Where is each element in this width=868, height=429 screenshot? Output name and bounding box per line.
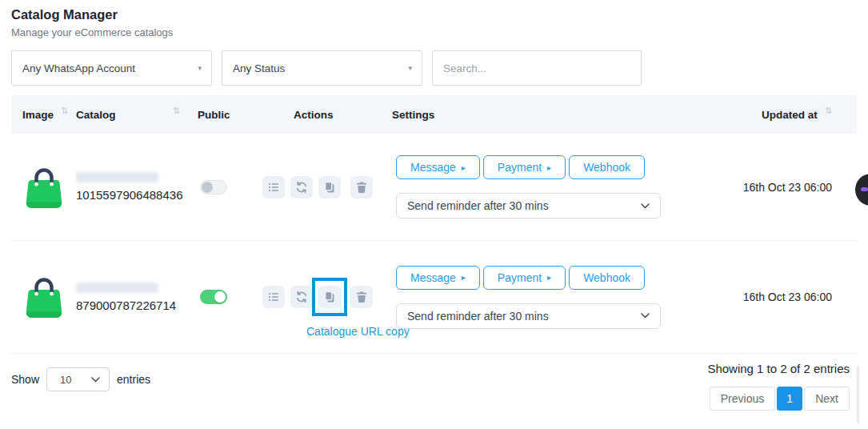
caret-right-icon: ▸ xyxy=(547,273,551,282)
page-1-button[interactable]: 1 xyxy=(777,387,802,411)
table-row: 1015597906488436 xyxy=(11,134,857,241)
catalog-image-cell xyxy=(11,161,76,214)
shopping-bag-icon xyxy=(23,271,65,320)
list-products-button[interactable] xyxy=(262,176,285,198)
column-header-settings: Settings xyxy=(392,109,664,121)
next-page-button[interactable]: Next xyxy=(804,387,850,411)
catalog-id: 1015597906488436 xyxy=(76,188,198,202)
list-products-button[interactable] xyxy=(262,286,285,308)
toggle-knob xyxy=(202,182,213,193)
actions-cell xyxy=(262,176,392,198)
page-size-value: 10 xyxy=(60,374,71,386)
whatsapp-account-select[interactable]: Any WhatsApp Account ▾ xyxy=(11,50,212,86)
show-label: Show xyxy=(11,373,39,386)
search-input[interactable] xyxy=(432,50,642,86)
catalog-cell: 1015597906488436 xyxy=(76,172,198,202)
entries-label: entries xyxy=(117,373,150,386)
previous-page-button[interactable]: Previous xyxy=(710,387,775,411)
delete-catalog-button[interactable] xyxy=(350,176,373,198)
catalog-id: 879000787226714 xyxy=(76,299,198,312)
reminder-select[interactable]: Send reminder after 30 mins xyxy=(396,193,661,219)
widget-dash-icon xyxy=(861,187,868,191)
refresh-icon xyxy=(295,291,308,303)
trash-icon xyxy=(355,291,368,303)
payment-settings-button[interactable]: Payment ▸ xyxy=(483,266,566,290)
toggle-knob xyxy=(214,291,226,303)
chevron-down-icon xyxy=(641,313,650,319)
page-size-group: Show 10 entries xyxy=(11,367,150,391)
actions-cell: Catalogue URL copy xyxy=(262,286,392,308)
pagination: Previous 1 Next xyxy=(710,387,850,411)
settings-cell: Message ▸ Payment ▸ Webhook Send reminde… xyxy=(392,155,664,219)
caret-right-icon: ▸ xyxy=(462,273,466,282)
column-header-updated-at[interactable]: Updated at ⇅ xyxy=(664,109,857,121)
column-header-image[interactable]: Image ⇅ xyxy=(11,109,76,121)
refresh-catalog-button[interactable] xyxy=(290,176,313,198)
column-header-public: Public xyxy=(198,109,262,121)
message-settings-button[interactable]: Message ▸ xyxy=(396,155,480,179)
message-settings-button[interactable]: Message ▸ xyxy=(396,266,480,290)
status-select-value: Any Status xyxy=(233,62,285,74)
caret-right-icon: ▸ xyxy=(547,163,551,172)
public-cell xyxy=(198,180,262,194)
page-size-select[interactable]: 10 xyxy=(46,367,110,391)
caret-right-icon: ▸ xyxy=(462,163,466,172)
table-footer: Show 10 entries Showing 1 to 2 of 2 entr… xyxy=(11,354,857,411)
updated-at: 16th Oct 23 06:00 xyxy=(664,291,857,303)
copy-catalog-url-button[interactable] xyxy=(318,286,341,308)
reminder-select-value: Send reminder after 30 mins xyxy=(407,310,549,323)
sort-icon[interactable]: ⇅ xyxy=(825,106,832,116)
copy-catalog-url-button[interactable] xyxy=(318,176,341,198)
webhook-settings-button[interactable]: Webhook xyxy=(569,266,645,290)
table-header: Image ⇅ Catalog ⇅ Public Actions Setting… xyxy=(11,95,857,134)
sort-icon[interactable]: ⇅ xyxy=(61,106,68,116)
floating-widget-button[interactable] xyxy=(855,174,868,206)
payment-settings-button[interactable]: Payment ▸ xyxy=(483,155,566,179)
public-toggle[interactable] xyxy=(200,180,227,194)
table-row: 879000787226714 xyxy=(11,241,857,354)
settings-cell: Message ▸ Payment ▸ Webhook Send reminde… xyxy=(392,266,664,329)
delete-catalog-button[interactable] xyxy=(350,286,373,308)
column-header-catalog[interactable]: Catalog ⇅ xyxy=(76,109,198,121)
shopping-bag-icon xyxy=(23,161,65,210)
pagination-area: Showing 1 to 2 of 2 entries Previous 1 N… xyxy=(707,362,857,411)
catalog-cell: 879000787226714 xyxy=(76,283,198,312)
webhook-settings-button[interactable]: Webhook xyxy=(569,155,645,179)
sort-icon[interactable]: ⇅ xyxy=(173,106,180,116)
updated-at: 16th Oct 23 06:00 xyxy=(664,181,857,194)
copy-button-highlight-box xyxy=(312,278,347,316)
reminder-select-value: Send reminder after 30 mins xyxy=(407,199,549,212)
refresh-catalog-button[interactable] xyxy=(290,286,313,308)
whatsapp-account-select-value: Any WhatsApp Account xyxy=(22,62,135,74)
catalog-name-redacted xyxy=(76,172,158,182)
page-subtitle: Manage your eCommerce catalogs xyxy=(11,26,868,38)
scrollbar-thumb[interactable] xyxy=(857,366,859,423)
copy-icon xyxy=(323,291,336,303)
caret-down-icon: ▾ xyxy=(408,64,412,72)
page-title: Catalog Manager xyxy=(11,7,868,22)
entries-summary: Showing 1 to 2 of 2 entries xyxy=(707,362,850,375)
reminder-select[interactable]: Send reminder after 30 mins xyxy=(396,303,661,329)
catalogue-url-copy-label: Catalogue URL copy xyxy=(306,325,410,338)
copy-icon xyxy=(323,181,336,194)
chevron-down-icon xyxy=(91,377,100,383)
catalog-image-cell xyxy=(11,271,76,323)
chevron-down-icon xyxy=(641,203,650,209)
catalog-name-redacted xyxy=(76,283,158,293)
catalog-manager-page: Catalog Manager Manage your eCommerce ca… xyxy=(0,7,868,429)
column-header-actions: Actions xyxy=(262,109,392,121)
public-toggle[interactable] xyxy=(200,290,227,304)
caret-down-icon: ▾ xyxy=(198,64,202,72)
public-cell xyxy=(198,290,262,304)
status-select[interactable]: Any Status ▾ xyxy=(222,50,422,86)
list-icon xyxy=(267,291,280,303)
trash-icon xyxy=(355,181,368,194)
list-icon xyxy=(267,181,280,194)
refresh-icon xyxy=(295,181,308,194)
filter-bar: Any WhatsApp Account ▾ Any Status ▾ xyxy=(11,50,857,86)
